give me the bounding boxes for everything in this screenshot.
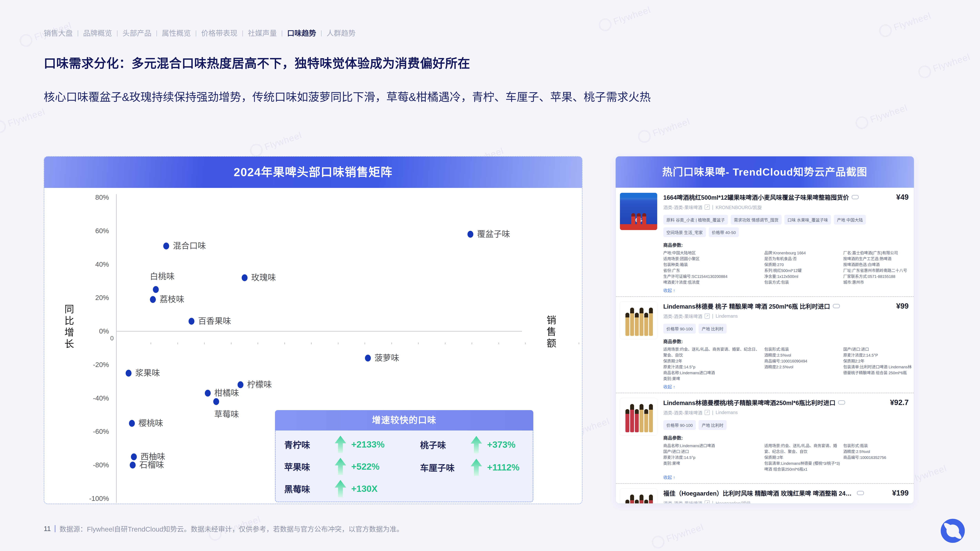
nav-separator: | <box>156 29 158 37</box>
product-row: Lindemans林德曼 桃子 精酿果啤 啤酒 250ml*6瓶 比利时进口¥9… <box>616 297 914 393</box>
product-content: 福佳（Hoegaarden）比利时风味 精酿啤酒 玫瑰红果啤 啤酒整箱 248m… <box>663 489 909 503</box>
nav-separator: | <box>281 29 283 37</box>
product-title-text: 1664啤酒桃红500ml*12罐果味啤酒小麦风味覆盆子味果啤整箱囤货价 <box>663 193 849 202</box>
flywheel-watermark-ring-icon <box>18 33 34 48</box>
nav-item-8[interactable]: 人群趋势 <box>326 27 356 38</box>
breadcrumb-separator: | <box>712 500 713 503</box>
product-image[interactable] <box>620 489 657 503</box>
flywheel-watermark-text: Flywheel <box>263 130 303 152</box>
trendcloud-panel: 热门口味果啤- TrendCloud知势云产品截图 16641664啤酒桃红50… <box>616 156 914 504</box>
x-tick <box>177 343 178 344</box>
product-row: 福佳（Hoegaarden）比利时风味 精酿啤酒 玫瑰红果啤 啤酒整箱 248m… <box>616 484 914 503</box>
product-title[interactable]: Lindemans林德曼樱桃/桃子精酿果啤啤酒250ml*6瓶比利时进口 <box>663 398 909 407</box>
x-tick <box>285 343 285 344</box>
breadcrumb-category: 酒类-酒类-果味啤酒 <box>663 409 702 416</box>
can-shape <box>642 213 646 227</box>
nav-item-3[interactable]: 头部产品 <box>123 27 151 38</box>
can-shape <box>637 213 641 227</box>
zero-gridline <box>116 331 522 332</box>
collapse-expand-link[interactable]: 收起 ↑ <box>663 287 909 293</box>
flavor-matrix-title: 2024年果啤头部口味销售矩阵 <box>44 157 582 188</box>
param-line: 商品名称:Lindemans进口啤酒 <box>663 443 762 449</box>
param-line: 商品编号:100016352756 <box>843 454 914 460</box>
product-tags: 原料 谷类_小麦 | 植物类_覆盆子需求功效 情感调节_囤货口味 水果味_覆盆子… <box>663 215 909 237</box>
product-price: ¥99 <box>896 302 908 310</box>
link-icon[interactable] <box>838 400 845 405</box>
product-row: 16641664啤酒桃红500ml*12罐果味啤酒小麦风味覆盆子味果啤整箱囤货价… <box>616 188 914 297</box>
params-column-3: 国产/进口:进口原麦汁浓度2:14.5°P保质期2:2年包装清单:比利时进口啤酒… <box>843 346 914 382</box>
link-icon[interactable] <box>833 304 840 308</box>
param-line: 保质期:2年 <box>663 358 762 364</box>
data-point-label: 白桃味 <box>150 272 175 281</box>
param-line: 生产许可证编号:SC11544130200884 <box>663 273 762 279</box>
growth-value: +373% <box>487 439 515 450</box>
product-title[interactable]: Lindemans林德曼 桃子 精酿果啤 啤酒 250ml*6瓶 比利时进口 <box>663 302 909 310</box>
top-nav: 销售大盘|品牌概览|头部产品|属性概览|价格带表现|社媒声量|口味趋势|人群趋势 <box>44 27 356 38</box>
flywheel-watermark-ring-icon <box>854 115 870 131</box>
x-tick <box>418 343 418 344</box>
link-icon[interactable] <box>852 195 859 199</box>
product-image[interactable]: 1664 <box>620 193 657 230</box>
param-line: 按啤酒的生产工艺选:熟啤酒 <box>843 256 914 262</box>
x-tick <box>498 343 499 344</box>
product-title[interactable]: 1664啤酒桃红500ml*12罐果味啤酒小麦风味覆盆子味果啤整箱囤货价 <box>663 193 909 202</box>
nav-item-1[interactable]: 销售大盘 <box>44 27 73 38</box>
x-tick <box>151 343 151 344</box>
param-line: 啤酒麦汁浓度:低浓度 <box>663 279 762 285</box>
param-line: 适用场景:约会、送礼/礼品、商务宴请、婚宴、纪念日、聚会、自饮 <box>764 443 841 454</box>
up-arrow-icon <box>471 459 482 476</box>
bottle-shape <box>644 409 648 432</box>
link-icon[interactable] <box>857 491 864 495</box>
y-axis-line <box>116 194 117 503</box>
params-columns: 商品名称:Lindemans进口啤酒国产/进口:进口原麦汁浓度:14.5°p类别… <box>663 443 909 472</box>
params-column-3: 包装形式:瓶装酒精度:2.5%vol商品编号:100016352756 <box>843 443 914 472</box>
external-link-icon[interactable]: ↗ <box>705 410 710 415</box>
product-title[interactable]: 福佳（Hoegaarden）比利时风味 精酿啤酒 玫瑰红果啤 啤酒整箱 248m… <box>663 489 909 497</box>
flywheel-watermark: Flywheel <box>0 105 47 135</box>
params-label: 商品参数: <box>663 241 909 248</box>
x-tick <box>579 343 579 344</box>
y-tick-label: -60% <box>68 427 109 435</box>
nav-item-2[interactable]: 品牌概览 <box>83 27 112 38</box>
growth-item: 桃子味+373% <box>420 433 527 456</box>
flywheel-watermark-ring-icon <box>878 23 893 39</box>
product-image[interactable] <box>620 302 657 339</box>
data-point <box>126 370 132 376</box>
external-link-icon[interactable]: ↗ <box>705 205 710 210</box>
bottle-shape <box>625 313 629 336</box>
param-line: 类别:果啤 <box>663 460 762 466</box>
external-link-icon[interactable]: ↗ <box>705 500 710 503</box>
product-title-text: 福佳（Hoegaarden）比利时风味 精酿啤酒 玫瑰红果啤 啤酒整箱 248m… <box>663 489 854 497</box>
product-image[interactable] <box>620 398 657 435</box>
y-tick-label: 40% <box>68 260 109 268</box>
param-line: 城市:惠州市 <box>843 279 914 285</box>
nav-separator: | <box>195 29 197 37</box>
breadcrumb-category: 酒类-酒类-果味啤酒 <box>663 313 702 319</box>
bottle-shape <box>635 409 639 432</box>
y-tick-label: -40% <box>68 394 109 402</box>
param-line: 包装清单:Lindemans林德曼 (樱桃*3/桃子*3) 啤酒 组合装250m… <box>764 460 841 472</box>
bottle-shape <box>649 308 653 336</box>
param-line: 产地:中国大陆地区 <box>663 250 762 256</box>
nav-item-5[interactable]: 价格带表现 <box>201 27 237 38</box>
x-tick <box>552 343 552 344</box>
product-brand: Lindemans <box>716 313 738 319</box>
nav-item-6[interactable]: 社媒声量 <box>248 27 277 38</box>
data-point-label: 玫瑰味 <box>251 273 276 283</box>
params-label: 商品参数: <box>663 434 909 441</box>
data-point <box>189 318 194 325</box>
flywheel-watermark-ring-icon <box>0 119 8 135</box>
collapse-expand-link[interactable]: 收起 ↑ <box>663 474 909 480</box>
flavor-matrix-panel: 2024年果啤头部口味销售矩阵 同比增长 销售额 80%60%40%20%0%-… <box>44 156 582 504</box>
external-link-icon[interactable]: ↗ <box>705 313 710 319</box>
bottle-shape <box>649 495 653 503</box>
collapse-expand-link[interactable]: 收起 ↑ <box>663 383 909 389</box>
data-point <box>237 381 243 388</box>
y-tick-label: -100% <box>68 495 109 502</box>
nav-item-4[interactable]: 属性概览 <box>162 27 191 38</box>
nav-item-7[interactable]: 口味趋势 <box>287 27 316 38</box>
x-tick <box>445 343 445 344</box>
nav-separator: | <box>320 29 322 37</box>
page-title: 口味需求分化：多元混合口味热度居高不下，独特味觉体验成为消费偏好所在 <box>44 53 470 71</box>
param-line: 净含量:1x12x500ml <box>764 273 841 279</box>
